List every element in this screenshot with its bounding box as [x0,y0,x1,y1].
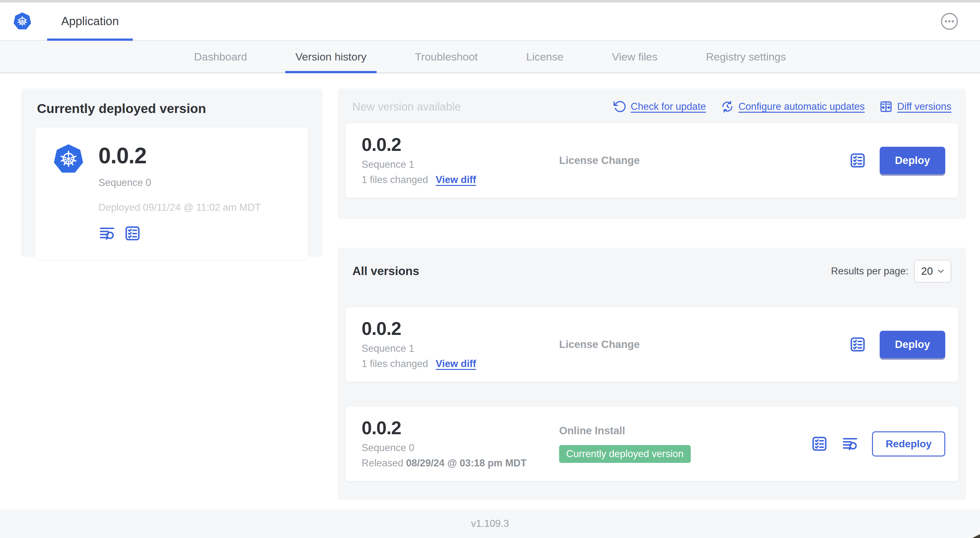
tab-registry-settings[interactable]: Registry settings [682,41,810,73]
version-row-sequence-1: 0.0.2 Sequence 1 1 files changed View di… [345,307,958,382]
new-version-panel: New version available Check for update [338,89,966,219]
version-source: Online Install [559,425,811,437]
preflight-checks-icon[interactable] [849,152,866,169]
diff-icon [879,100,893,113]
results-per-page-value: 20 [921,265,933,277]
diff-versions-link[interactable]: Diff versions [879,100,951,113]
version-number: 0.0.2 [362,135,559,154]
preflight-checks-icon[interactable] [849,336,866,353]
app-tab-label: Application [61,15,119,28]
main-content: Currently deployed version [0,73,980,509]
version-number: 0.0.2 [362,319,559,338]
tab-dashboard[interactable]: Dashboard [170,41,271,73]
refresh-icon [613,100,626,113]
version-sequence: Sequence 1 [362,343,559,354]
results-per-page-select[interactable]: 20 [914,260,951,283]
currently-deployed-title: Currently deployed version [37,101,309,116]
window-top-edge [0,0,980,3]
console-version: v1.109.3 [471,518,509,529]
redeploy-button[interactable]: Redeploy [872,432,945,457]
ellipsis-icon [940,13,958,30]
app-tab-application[interactable]: Application [47,3,133,40]
chevron-down-icon [936,267,946,276]
configure-automatic-updates-link[interactable]: Configure automatic updates [721,100,865,113]
deployed-version-number: 0.0.2 [99,144,261,167]
tab-troubleshoot[interactable]: Troubleshoot [391,41,502,73]
version-sequence: Sequence 0 [362,442,559,454]
deploy-logs-icon[interactable] [99,225,116,242]
version-source: License Change [559,338,849,351]
app-header: Application [0,3,980,41]
view-diff-link[interactable]: View diff [436,174,476,186]
all-versions-panel: All versions Results per page: 20 0.0.2 [338,248,966,500]
more-menu-button[interactable] [940,13,958,30]
released-label: Released [362,457,403,468]
view-diff-link[interactable]: View diff [436,358,476,370]
app-nav: Dashboard Version history Troubleshoot L… [0,41,980,73]
deployed-actions [99,225,261,242]
app-icon [52,143,84,242]
tab-view-files[interactable]: View files [588,41,682,73]
deploy-button[interactable]: Deploy [880,147,945,174]
deploy-logs-icon[interactable] [842,435,859,452]
currently-deployed-panel: Currently deployed version [21,89,323,257]
preflight-checks-icon[interactable] [124,225,141,242]
tab-license[interactable]: License [502,41,588,73]
version-sequence: Sequence 1 [362,159,559,170]
app-footer: v1.109.3 [0,509,980,538]
version-number: 0.0.2 [362,419,559,437]
deployed-sequence: Sequence 0 [99,177,261,189]
all-versions-title: All versions [352,265,419,278]
tab-version-history[interactable]: Version history [271,41,391,73]
new-version-card: 0.0.2 Sequence 1 1 files changed View di… [345,123,958,198]
cursor-artifact [972,534,980,538]
auto-update-clock-icon [721,100,734,113]
kubernetes-logo-icon [13,11,32,31]
currently-deployed-badge: Currently deployed version [559,445,691,463]
deployed-timestamp: Deployed 09/11/24 @ 11:02 am MDT [99,202,261,213]
preflight-checks-icon[interactable] [811,435,828,452]
files-changed: 1 files changed [362,174,428,186]
version-row-sequence-0: 0.0.2 Sequence 0 Released 08/29/24 @ 03:… [345,406,958,481]
new-version-title: New version available [352,100,461,113]
results-per-page-label: Results per page: [831,265,908,277]
released-timestamp: 08/29/24 @ 03:18 pm MDT [406,457,527,468]
version-source: License Change [559,154,849,167]
check-for-update-link[interactable]: Check for update [613,100,706,113]
deployed-version-card: 0.0.2 Sequence 0 Deployed 09/11/24 @ 11:… [35,127,309,260]
deploy-button[interactable]: Deploy [880,331,945,358]
files-changed: 1 files changed [362,358,428,370]
